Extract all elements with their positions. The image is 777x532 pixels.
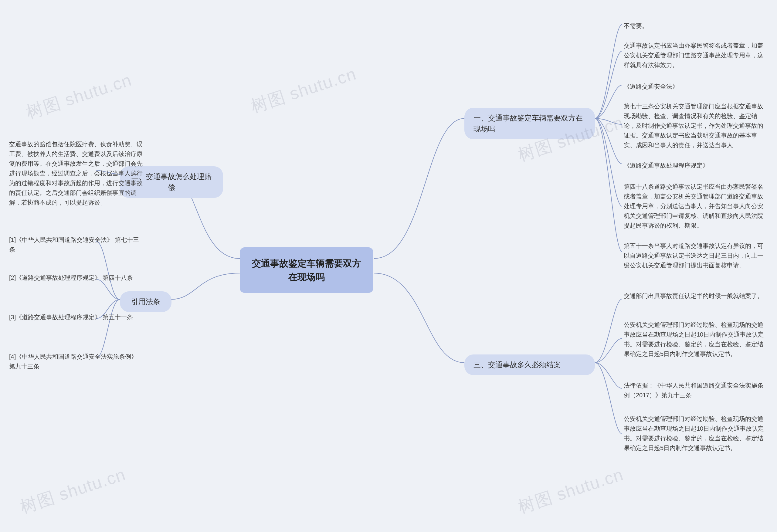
leaf-text: 公安机关交通管理部门对经过勘验、检查现场的交通事故应当在勘查现场之日起10日内制… [624, 415, 764, 451]
leaf-node[interactable]: 第五十一条当事人对道路交通事故认定有异议的，可以自道路交通事故认定书送达之日起三… [624, 240, 766, 271]
watermark: 树图 shutu.cn [17, 463, 129, 519]
branch-label: 三、交通事故多久必须结案 [473, 360, 561, 369]
root-title: 交通事故鉴定车辆需要双方在现场吗 [252, 258, 361, 282]
leaf-node[interactable]: 法律依据：《中华人民共和国道路交通安全法实施条例（2017）》第九十三条 [624, 379, 766, 401]
branch-cited-laws[interactable]: 引用法条 [120, 291, 172, 312]
leaf-node[interactable]: 第七十三条公安机关交通管理部门应当根据交通事故现场勘验、检查、调查情况和有关的检… [624, 100, 766, 151]
leaf-node[interactable]: 交通事故认定书应当由办案民警签名或者盖章，加盖公安机关交通管理部门道路交通事故处… [624, 39, 766, 71]
leaf-text: [2]《道路交通事故处理程序规定》 第四十八条 [9, 274, 133, 281]
leaf-text: [1]《中华人民共和国道路交通安全法》 第七十三条 [9, 236, 139, 253]
leaf-node[interactable]: 公安机关交通管理部门对经过勘验、检查现场的交通事故应当在勘查现场之日起10日内制… [624, 319, 766, 360]
leaf-text: 交通事故认定书应当由办案民警签名或者盖章，加盖公安机关交通管理部门道路交通事故处… [624, 42, 763, 68]
mindmap-root[interactable]: 交通事故鉴定车辆需要双方在现场吗 [240, 247, 373, 293]
leaf-text: [4]《中华人民共和国道路交通安全法实施条例》 第九十三条 [9, 353, 137, 369]
leaf-text: 法律依据：《中华人民共和国道路交通安全法实施条例（2017）》第九十三条 [624, 382, 763, 399]
watermark: 树图 shutu.cn [23, 69, 135, 124]
leaf-node[interactable]: 《道路交通事故处理程序规定》 [624, 159, 766, 172]
leaf-text: 交通事故的赔偿包括住院医疗费、伙食补助费、误工费、被扶养人的生活费、交通费以及后… [9, 141, 143, 206]
leaf-text: 《道路交通事故处理程序规定》 [624, 162, 709, 169]
leaf-node[interactable]: [4]《中华人民共和国道路交通安全法实施条例》 第九十三条 [9, 350, 140, 373]
leaf-text: 交通部门出具事故责任认定书的时候一般就结案了。 [624, 293, 763, 299]
leaf-text: 第七十三条公安机关交通管理部门应当根据交通事故现场勘验、检查、调查情况和有关的检… [624, 103, 763, 148]
watermark: 树图 shutu.cn [515, 463, 627, 519]
leaf-text: [3]《道路交通事故处理程序规定》 第五十一条 [9, 314, 133, 320]
leaf-node[interactable]: 不需要。 [624, 20, 766, 32]
leaf-node[interactable]: 第四十八条道路交通事故认定书应当由办案民警签名或者盖章，加盖公安机关交通管理部门… [624, 181, 766, 231]
leaf-node[interactable]: 交通部门出具事故责任认定书的时候一般就结案了。 [624, 290, 766, 302]
leaf-node[interactable]: [3]《道路交通事故处理程序规定》 第五十一条 [9, 311, 140, 323]
leaf-text: 公安机关交通管理部门对经过勘验、检查现场的交通事故应当在勘查现场之日起10日内制… [624, 321, 764, 357]
branch-section-1[interactable]: 一、交通事故鉴定车辆需要双方在现场吗 [464, 108, 595, 139]
leaf-node[interactable]: [2]《道路交通事故处理程序规定》 第四十八条 [9, 272, 140, 284]
branch-label: 二、交通事故怎么处理赔偿 [131, 173, 212, 192]
leaf-text: 《道路交通安全法》 [624, 83, 678, 90]
leaf-node[interactable]: 公安机关交通管理部门对经过勘验、检查现场的交通事故应当在勘查现场之日起10日内制… [624, 413, 766, 454]
branch-label: 引用法条 [131, 297, 160, 306]
leaf-text: 第四十八条道路交通事故认定书应当由办案民警签名或者盖章，加盖公安机关交通管理部门… [624, 183, 763, 229]
leaf-node[interactable]: [1]《中华人民共和国道路交通安全法》 第七十三条 [9, 234, 140, 255]
branch-label: 一、交通事故鉴定车辆需要双方在现场吗 [473, 114, 583, 133]
watermark: 树图 shutu.cn [248, 63, 359, 118]
leaf-node[interactable]: 交通事故的赔偿包括住院医疗费、伙食补助费、误工费、被扶养人的生活费、交通费以及后… [9, 138, 143, 209]
leaf-node[interactable]: 《道路交通安全法》 [624, 81, 766, 93]
branch-section-3[interactable]: 三、交通事故多久必须结案 [464, 354, 595, 375]
leaf-text: 不需要。 [624, 22, 648, 29]
leaf-text: 第五十一条当事人对道路交通事故认定有异议的，可以自道路交通事故认定书送达之日起三… [624, 242, 763, 269]
